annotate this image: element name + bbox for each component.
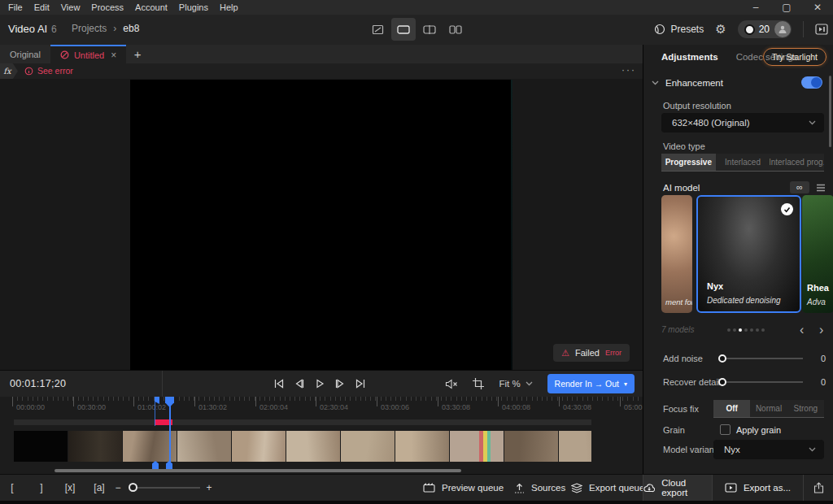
skip-start-icon[interactable] (273, 378, 285, 389)
panel-toggle-icon[interactable] (815, 24, 828, 35)
step-forward-icon[interactable] (334, 378, 346, 389)
enhancement-header[interactable]: Enhancement (652, 78, 723, 88)
cloud-export-button[interactable]: Cloud export (643, 475, 713, 501)
video-type-progressive[interactable]: Progressive (661, 154, 716, 171)
see-error-link[interactable]: See error (24, 66, 73, 76)
breadcrumb-projects[interactable]: Projects (72, 23, 107, 34)
error-link[interactable]: Error (605, 349, 621, 357)
fx-badge-icon[interactable]: fx (0, 63, 18, 79)
frame-thumbnail[interactable] (14, 431, 68, 462)
menu-view[interactable]: View (61, 2, 81, 12)
mute-icon[interactable] (445, 379, 458, 389)
frame-thumbnail[interactable] (341, 431, 395, 462)
set-out-point-button[interactable]: ] (34, 475, 49, 501)
timeline[interactable]: 00:00:00 00:30:00 01:00:02 01:30:02 02:0… (0, 397, 643, 474)
focus-fix-off[interactable]: Off (713, 400, 750, 417)
split-view-icon[interactable] (417, 18, 442, 41)
menu-file[interactable]: File (8, 2, 23, 12)
add-noise-slider[interactable] (722, 358, 803, 359)
frame-thumbnail[interactable] (504, 431, 558, 462)
frame-thumbnail[interactable] (395, 431, 449, 462)
carousel-prev-icon[interactable]: ‹ (800, 323, 804, 337)
model-card-next[interactable]: Rhea Adva (802, 195, 833, 313)
status-badge[interactable]: ⚠ Failed Error (553, 344, 630, 362)
model-card-selected[interactable]: Nyx Dedicated denoising (696, 195, 801, 313)
model-card-previous[interactable]: ment for (661, 195, 692, 313)
menu-plugins[interactable]: Plugins (179, 2, 208, 12)
recover-detail-slider-handle[interactable] (718, 378, 726, 386)
tab-original[interactable]: Original (0, 45, 50, 63)
toggle-knob (811, 77, 822, 88)
list-view-icon[interactable] (816, 184, 826, 192)
video-type-interlaced[interactable]: Interlaced (716, 154, 770, 171)
try-starlight-button[interactable]: Try Starlight (763, 48, 826, 66)
timeline-zoom-in-button[interactable]: + (203, 475, 215, 501)
apply-grain-checkbox[interactable] (720, 424, 731, 435)
menu-edit[interactable]: Edit (34, 2, 50, 12)
frame-thumbnail[interactable] (68, 431, 122, 462)
share-button[interactable] (804, 475, 833, 501)
clear-trim-button[interactable]: [x] (60, 475, 80, 501)
preview-queue-button[interactable]: Preview queue (423, 475, 504, 501)
render-dropdown-caret[interactable]: ▾ (624, 380, 627, 388)
add-noise-slider-handle[interactable] (718, 354, 726, 363)
playhead-handle[interactable] (165, 397, 174, 407)
model-variant-select[interactable]: Nyx (713, 440, 824, 459)
render-in-out-button[interactable]: Render In → Out ▾ (547, 374, 635, 393)
presets-button[interactable]: Presets (654, 24, 704, 35)
timeline-tick (316, 397, 316, 406)
frame-thumbnail[interactable] (286, 431, 340, 462)
close-button[interactable]: ✕ (802, 0, 833, 15)
credits-badge[interactable]: 20 (738, 20, 792, 38)
timeline-zoom-out-button[interactable]: − (112, 475, 124, 501)
frame-thumbnail[interactable] (177, 431, 231, 462)
infinity-toggle-icon[interactable]: ∞ (790, 181, 809, 193)
focus-fix-normal[interactable]: Normal (750, 400, 787, 417)
filmstrip[interactable] (14, 431, 591, 462)
set-in-point-button[interactable]: [ (5, 475, 20, 501)
menu-help[interactable]: Help (220, 2, 238, 12)
new-tab-button[interactable]: + (126, 45, 149, 63)
tab-untitled[interactable]: Untitled × (50, 45, 126, 63)
export-queue-button[interactable]: Export queue (571, 475, 644, 501)
timeline-zoom-handle[interactable] (129, 483, 137, 492)
skip-end-icon[interactable] (355, 378, 366, 389)
focus-fix-strong[interactable]: Strong (787, 400, 824, 417)
frame-thumbnail[interactable] (450, 431, 504, 462)
timeline-zoom-slider[interactable] (129, 487, 200, 489)
timeline-tick (559, 397, 560, 406)
carousel-dots[interactable] (727, 328, 765, 332)
output-resolution-select[interactable]: 632×480 (Original) (661, 113, 824, 133)
panel-scrollbar[interactable] (829, 76, 831, 147)
crop-icon[interactable] (473, 378, 484, 389)
sources-button[interactable]: Sources (514, 475, 565, 501)
tab-adjustments[interactable]: Adjustments (661, 52, 718, 62)
timeline-tick (133, 397, 134, 406)
timeline-overview-bar[interactable] (14, 419, 591, 425)
fit-zoom-select[interactable]: Fit % (499, 379, 532, 389)
frame-thumbnail[interactable] (232, 431, 286, 462)
breadcrumb-project-name[interactable]: eb8 (123, 23, 139, 34)
menu-account[interactable]: Account (135, 2, 168, 12)
minimize-button[interactable]: – (740, 0, 771, 15)
carousel-next-icon[interactable]: › (819, 323, 823, 337)
step-back-icon[interactable] (294, 378, 305, 389)
settings-gear-icon[interactable]: ⚙ (715, 22, 726, 37)
more-options-icon[interactable]: ··· (621, 64, 636, 76)
frame-thumbnail[interactable] (559, 431, 591, 462)
side-by-side-view-icon[interactable] (443, 18, 468, 41)
preview-region-button[interactable]: [a] (89, 475, 109, 501)
video-type-interlaced-prog[interactable]: Interlaced prog. (770, 154, 824, 171)
account-avatar[interactable] (774, 21, 791, 37)
maximize-button[interactable]: ▢ (771, 0, 802, 15)
timeline-scrollbar[interactable] (55, 469, 461, 472)
video-canvas[interactable] (130, 80, 512, 370)
export-as-button[interactable]: Export as... (713, 475, 804, 501)
menu-process[interactable]: Process (91, 2, 124, 12)
recover-detail-slider[interactable] (722, 381, 803, 383)
single-view-icon[interactable] (391, 18, 416, 41)
tab-close-icon[interactable]: × (111, 50, 116, 61)
enhancement-toggle[interactable] (801, 76, 822, 89)
play-icon[interactable] (314, 378, 325, 389)
original-view-icon[interactable] (365, 18, 390, 41)
